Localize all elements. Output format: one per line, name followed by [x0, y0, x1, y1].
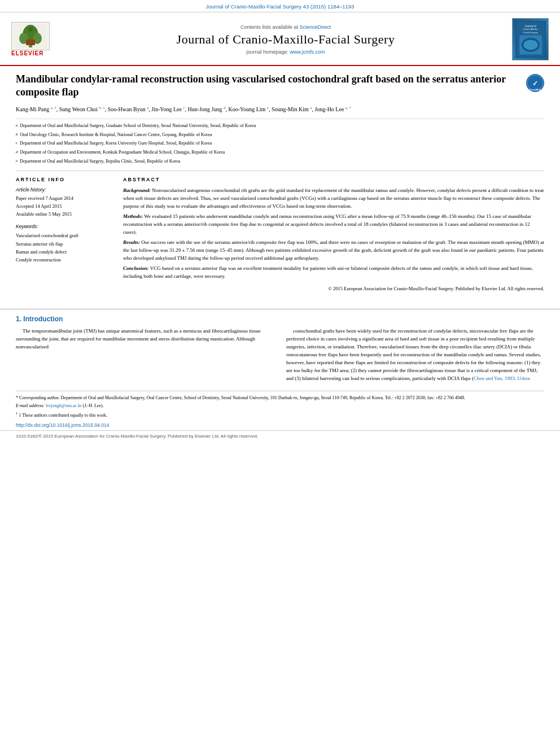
abstract-methods: Methods: We evaluated 15 patients who un…: [123, 213, 544, 237]
keyword-4: Condyle reconstruction: [16, 256, 112, 264]
email-name-suffix: (J.-H. Lee).: [83, 403, 104, 408]
background-text: Nonvascularised autogenous costochondral…: [123, 187, 544, 209]
email-label: E-mail address:: [16, 403, 46, 408]
abstract-background: Background: Nonvascularised autogenous c…: [123, 187, 544, 211]
svg-rect-6: [26, 40, 35, 45]
publisher-logo-area: ELSEVIER: [11, 22, 68, 56]
journal-header: ELSEVIER Contents lists available at Sci…: [0, 12, 560, 66]
citation-link-chen[interactable]: Chen and Yan, 1983; Urken: [474, 375, 530, 381]
svg-text:✓: ✓: [532, 80, 538, 88]
journal-citation-text: Journal of Cranio-Maxillo-Facial Surgery…: [206, 3, 355, 10]
keyword-2: Serratus anterior rib flap: [16, 240, 112, 248]
svg-text:Journal of: Journal of: [525, 25, 537, 28]
sciencedirect-prefix: Contents lists available at: [240, 24, 298, 30]
svg-point-14: [523, 40, 537, 50]
page: Journal of Cranio-Maxillo-Facial Surgery…: [0, 0, 560, 442]
sciencedirect-line: Contents lists available at ScienceDirec…: [68, 24, 504, 30]
footnote-1-text: 1 These authors contributed equally to t…: [19, 413, 107, 418]
journal-cover-area: Journal of Cranio-Maxillo- Facial Surger…: [504, 18, 549, 60]
svg-point-5: [28, 27, 33, 32]
conclusion-label: Conclusion:: [123, 265, 150, 271]
elsevier-tree-image: [11, 22, 50, 50]
footnote-1: 1 1 These authors contributed equally to…: [16, 410, 544, 419]
section-title: 1. Introduction: [16, 315, 544, 323]
elsevier-logo: ELSEVIER: [11, 22, 68, 56]
keywords-label: Keywords:: [16, 224, 112, 229]
results-label: Results:: [123, 239, 141, 245]
crossmark-area[interactable]: ✓ CrossMark: [526, 74, 544, 92]
available-date: Available online 5 May 2015: [16, 211, 112, 219]
results-text: Our success rate with the use of the ser…: [123, 239, 544, 261]
introduction-text-columns: The temporomandibular joint (TMJ) has un…: [16, 327, 544, 386]
keywords-list: Vascularised costochondral graft Serratu…: [16, 231, 112, 264]
abstract-column: ABSTRACT Background: Nonvascularised aut…: [123, 177, 544, 292]
abstract-conclusion: Conclusion: VCG based on a serratus ante…: [123, 265, 544, 281]
article-history-label: Article history:: [16, 187, 112, 193]
crossmark-icon[interactable]: ✓ CrossMark: [526, 74, 544, 92]
elsevier-label: ELSEVIER: [11, 50, 43, 56]
svg-text:Facial Surgery: Facial Surgery: [523, 31, 538, 34]
keyword-1: Vascularised costochondral graft: [16, 231, 112, 239]
affiliation-e: e Department of Oral and Maxillofacial S…: [16, 158, 544, 167]
intro-right-para: costochondral grafts have been widely us…: [286, 327, 544, 383]
article-info-column: ARTICLE INFO Article history: Paper rece…: [16, 177, 112, 292]
bottom-footer: 1010-5182/© 2015 European Association fo…: [0, 430, 560, 442]
intro-left-column: The temporomandibular joint (TMJ) has un…: [16, 327, 274, 386]
intro-left-para: The temporomandibular joint (TMJ) has un…: [16, 327, 274, 351]
footnote-email: E-mail address: leejongh@snu.ac.kr (J.-H…: [16, 403, 544, 409]
affiliation-b: b Oral Oncology Clinic, Research Institu…: [16, 132, 544, 140]
abstract-header: ABSTRACT: [123, 177, 544, 182]
affiliation-a: a Department of Oral and Maxillofacial S…: [16, 123, 544, 131]
footer-text: 1010-5182/© 2015 European Association fo…: [16, 434, 258, 439]
section-divider-1: [0, 309, 560, 309]
conclusion-text: VCG based on a serratus anterior flap wa…: [123, 265, 533, 279]
article-info-abstract-section: ARTICLE INFO Article history: Paper rece…: [16, 171, 544, 292]
abstract-text: Background: Nonvascularised autogenous c…: [123, 187, 544, 292]
doi-bar: http://dx.doi.org/10.1016/j.jcms.2015.04…: [0, 420, 560, 430]
keywords-section: Keywords: Vascularised costochondral gra…: [16, 224, 112, 264]
intro-right-column: costochondral grafts have been widely us…: [286, 327, 544, 386]
journal-title-area: Contents lists available at ScienceDirec…: [68, 24, 504, 55]
journal-citation-banner: Journal of Cranio-Maxillo-Facial Surgery…: [0, 0, 560, 12]
svg-text:Cranio-Maxillo-: Cranio-Maxillo-: [523, 28, 539, 30]
background-label: Background:: [123, 187, 152, 193]
methods-label: Methods:: [123, 213, 144, 219]
received-date: Paper received 7 August 2014: [16, 195, 112, 203]
abstract-results: Results: Our success rate with the use o…: [123, 239, 544, 263]
homepage-prefix: journal homepage:: [246, 49, 288, 55]
article-body: ✓ CrossMark Mandibular condylar-ramal re…: [0, 66, 560, 303]
journal-cover-image: Journal of Cranio-Maxillo- Facial Surger…: [512, 18, 549, 60]
authors-line: Kang-Mi Pang a, 1, Sung Weon Choi b, 1, …: [16, 105, 544, 114]
sciencedirect-link[interactable]: ScienceDirect: [300, 24, 331, 30]
copyright-line: © 2015 European Association for Cranio-M…: [123, 285, 544, 292]
journal-homepage-line: journal homepage: www.jcmfs.com: [68, 49, 504, 55]
methods-text: We evaluated 15 patients who underwent m…: [123, 213, 531, 235]
accepted-date: Accepted 14 April 2015: [16, 203, 112, 211]
footnote-star-text: Corresponding author. Department of Oral…: [19, 395, 465, 400]
affiliation-c: c Department of Oral and Maxillofacial S…: [16, 140, 544, 148]
journal-title: Journal of Cranio-Maxillo-Facial Surgery: [68, 32, 504, 47]
svg-text:CrossMark: CrossMark: [530, 88, 541, 91]
article-history: Article history: Paper received 7 August…: [16, 187, 112, 218]
article-dates: Paper received 7 August 2014 Accepted 14…: [16, 195, 112, 218]
article-info-header: ARTICLE INFO: [16, 177, 112, 182]
article-title-area: ✓ CrossMark Mandibular condylar-ramal re…: [16, 73, 544, 99]
homepage-link[interactable]: www.jcmfs.com: [290, 49, 325, 55]
article-title: Mandibular condylar-ramal reconstruction…: [16, 73, 544, 99]
keyword-3: Ramus and condyle defect: [16, 248, 112, 256]
doi-link[interactable]: http://dx.doi.org/10.1016/j.jcms.2015.04…: [16, 422, 109, 428]
footnotes-area: * Corresponding author. Department of Or…: [16, 391, 544, 419]
affiliations-block: a Department of Oral and Maxillofacial S…: [16, 119, 544, 166]
footnote-star: * Corresponding author. Department of Or…: [16, 395, 544, 401]
affiliation-d: d Department of Occupation and Environme…: [16, 149, 544, 158]
email-link[interactable]: leejongh@snu.ac.kr: [46, 403, 82, 408]
introduction-section: 1. Introduction The temporomandibular jo…: [0, 315, 560, 386]
